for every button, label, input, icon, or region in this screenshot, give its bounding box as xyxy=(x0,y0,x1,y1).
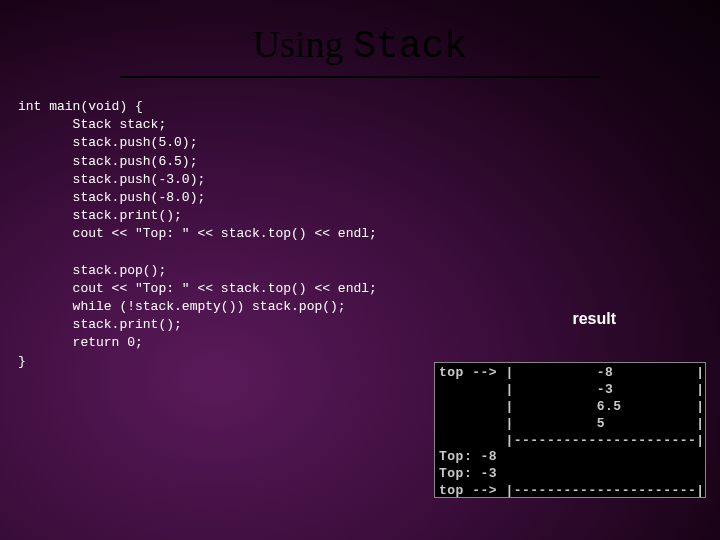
console-line: | 6.5 | xyxy=(439,399,705,414)
console-output: top --> | -8 | | -3 | | 6.5 | | 5 | |---… xyxy=(434,362,706,498)
title-word-stack: Stack xyxy=(353,25,467,68)
code-line: while (!stack.empty()) stack.pop(); xyxy=(18,299,346,314)
code-line: Stack stack; xyxy=(18,117,166,132)
console-line: Top: -8 xyxy=(439,449,497,464)
console-line: top --> | -8 | xyxy=(439,365,705,380)
code-line: return 0; xyxy=(18,335,143,350)
slide-title: Using Stack xyxy=(0,0,720,76)
code-line: stack.push(5.0); xyxy=(18,135,197,150)
console-line: |----------------------| xyxy=(439,433,705,448)
code-line: stack.push(-8.0); xyxy=(18,190,205,205)
code-line: stack.push(-3.0); xyxy=(18,172,205,187)
code-line: stack.print(); xyxy=(18,208,182,223)
code-line: stack.print(); xyxy=(18,317,182,332)
title-underline xyxy=(120,76,600,78)
code-line: } xyxy=(18,354,26,369)
console-line: | 5 | xyxy=(439,416,705,431)
console-line: | -3 | xyxy=(439,382,705,397)
code-line: int main(void) { xyxy=(18,99,143,114)
console-line: Top: -3 xyxy=(439,466,497,481)
code-block: int main(void) { Stack stack; stack.push… xyxy=(0,98,720,371)
code-line: cout << "Top: " << stack.top() << endl; xyxy=(18,281,377,296)
console-line: top --> |----------------------| xyxy=(439,483,705,498)
code-line: stack.pop(); xyxy=(18,263,166,278)
code-line: cout << "Top: " << stack.top() << endl; xyxy=(18,226,377,241)
result-label: result xyxy=(572,310,616,328)
title-word-using: Using xyxy=(253,23,353,65)
code-line: stack.push(6.5); xyxy=(18,154,197,169)
